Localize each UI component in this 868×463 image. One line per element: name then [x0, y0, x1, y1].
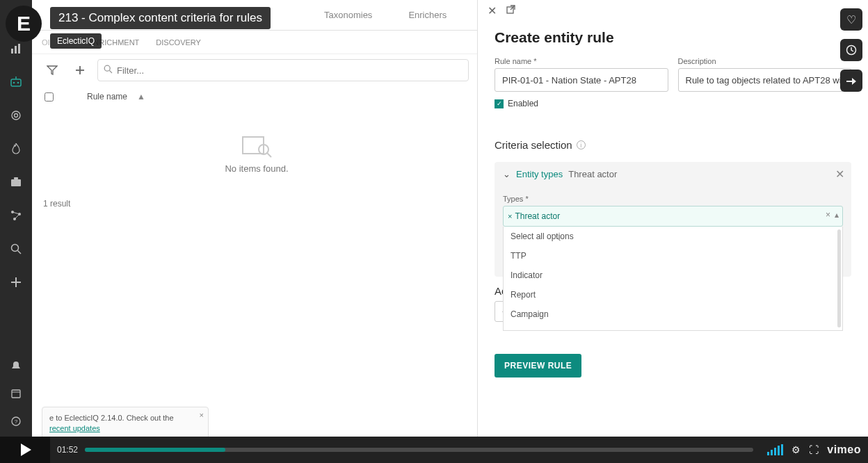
panel-close-icon[interactable]: ✕ [488, 4, 497, 17]
filter-funnel-icon[interactable] [42, 60, 63, 81]
rail-analytics-icon[interactable] [0, 42, 32, 56]
svg-rect-3 [11, 79, 21, 86]
panel-title: Create entity rule [495, 29, 851, 46]
svg-point-8 [15, 114, 18, 117]
select-all-checkbox[interactable] [45, 92, 54, 101]
vimeo-logo[interactable]: vimeo [827, 444, 861, 456]
video-control-bar: 01:52 ⚙ ⛶ vimeo [0, 437, 868, 463]
rail-fire-icon[interactable] [0, 142, 32, 156]
criteria-section-title: Criteria selection [495, 139, 572, 151]
create-rule-panel: ✕ Create entity rule Rule name * Descrip… [477, 0, 868, 442]
filter-toolbar [32, 54, 479, 86]
svg-rect-10 [14, 177, 18, 179]
option-indicator[interactable]: Indicator [504, 266, 842, 285]
svg-line-29 [267, 153, 271, 157]
watch-later-button[interactable] [840, 39, 862, 61]
result-count: 1 result [43, 199, 70, 209]
video-channel[interactable]: EclecticIQ [50, 33, 102, 49]
cursor-icon: ↖ [554, 232, 562, 243]
rail-briefcase-icon[interactable] [0, 175, 32, 189]
option-exploit-target[interactable]: Exploit target [504, 324, 842, 331]
share-button[interactable] [840, 70, 862, 92]
rail-graph-icon[interactable] [0, 209, 32, 222]
rail-target-icon[interactable] [0, 108, 32, 122]
dropdown-caret-icon[interactable]: ▴ [835, 210, 839, 220]
enabled-label: Enabled [508, 99, 538, 108]
svg-line-26 [110, 71, 113, 74]
svg-point-14 [12, 245, 19, 252]
criteria-remove-icon[interactable]: ✕ [835, 168, 844, 181]
left-nav-rail: ? [0, 0, 32, 463]
rule-name-input[interactable] [495, 68, 668, 92]
svg-line-15 [18, 251, 22, 254]
svg-rect-0 [11, 49, 13, 54]
rule-name-label: Rule name * [495, 57, 668, 65]
svg-rect-18 [12, 390, 20, 398]
svg-text:?: ? [15, 419, 18, 425]
svg-point-4 [13, 82, 15, 84]
criteria-type-value: Threat actor [568, 169, 617, 179]
option-campaign[interactable]: Campaign [504, 304, 842, 324]
preview-rule-button[interactable]: PREVIEW RULE [495, 354, 581, 377]
video-title: 213 - Complex content criteria for rules [50, 7, 271, 29]
option-ttp[interactable]: TTP [504, 246, 842, 266]
description-input[interactable] [678, 68, 852, 92]
filter-input[interactable] [117, 65, 463, 76]
rail-search-icon[interactable] [0, 242, 32, 256]
table-header: Rule name ▲ [42, 88, 472, 106]
empty-folder-icon [241, 133, 273, 158]
dropdown-scrollbar[interactable] [837, 229, 841, 327]
criteria-info-icon[interactable]: i [577, 140, 586, 149]
filter-input-wrap[interactable] [97, 59, 469, 81]
update-banner: × e to EclecticIQ 2.14.0. Check out the … [42, 407, 209, 439]
column-rule-name[interactable]: Rule name [87, 92, 127, 101]
sort-asc-icon[interactable]: ▲ [137, 92, 145, 101]
play-button[interactable] [0, 437, 50, 463]
subtab-1[interactable]: OI [42, 38, 50, 47]
video-progress-fill [85, 448, 225, 452]
banner-line2: recent updates [49, 423, 188, 433]
floating-actions: ♡ [840, 8, 862, 92]
video-timestamp: 01:52 [57, 445, 78, 455]
rail-robot-icon[interactable] [0, 75, 32, 89]
option-report[interactable]: Report [504, 285, 842, 304]
types-multiselect[interactable]: × Threat actor × ▴ Select all options ↖ … [503, 206, 843, 227]
search-icon [104, 65, 113, 76]
panel-popout-icon[interactable] [506, 4, 515, 17]
selected-chip-threat-actor: × Threat actor [508, 211, 560, 221]
rail-calendar-icon[interactable] [0, 387, 32, 400]
svg-line-31 [511, 6, 515, 10]
types-field-label: Types * [503, 195, 843, 203]
chip-remove-icon[interactable]: × [508, 212, 512, 220]
volume-icon[interactable] [767, 444, 783, 455]
description-label: Description [678, 57, 852, 65]
rail-plus-icon[interactable] [0, 275, 32, 289]
like-button[interactable]: ♡ [840, 8, 862, 31]
settings-icon[interactable]: ⚙ [791, 444, 801, 455]
clear-all-icon[interactable]: × [826, 210, 830, 220]
svg-rect-9 [11, 179, 21, 186]
criteria-type-label: Entity types [516, 169, 563, 179]
empty-state: No items found. [42, 111, 472, 195]
banner-close-icon[interactable]: × [200, 410, 204, 420]
svg-point-25 [104, 65, 110, 71]
types-dropdown: Select all options ↖ TTP Indicator Repor… [503, 227, 843, 331]
channel-logo[interactable]: E [6, 6, 42, 42]
chevron-down-icon[interactable]: ⌄ [503, 169, 511, 179]
rail-bell-icon[interactable] [0, 359, 32, 373]
enabled-checkbox[interactable] [495, 99, 504, 108]
subtab-discovery[interactable]: DISCOVERY [156, 38, 201, 47]
video-progress[interactable] [85, 448, 753, 452]
chip-label: Threat actor [515, 211, 560, 221]
banner-line1: e to EclecticIQ 2.14.0. Check out the [49, 413, 188, 423]
svg-rect-2 [18, 44, 20, 54]
fullscreen-icon[interactable]: ⛶ [809, 444, 819, 455]
svg-point-7 [12, 111, 20, 120]
svg-rect-1 [15, 46, 17, 54]
tab-enrichers[interactable]: Enrichers [404, 0, 451, 31]
svg-point-5 [17, 82, 19, 84]
empty-text: No items found. [225, 163, 288, 174]
add-rule-button[interactable] [70, 60, 90, 81]
rail-help-icon[interactable]: ? [0, 414, 32, 428]
tab-taxonomies[interactable]: Taxonomies [320, 0, 376, 31]
